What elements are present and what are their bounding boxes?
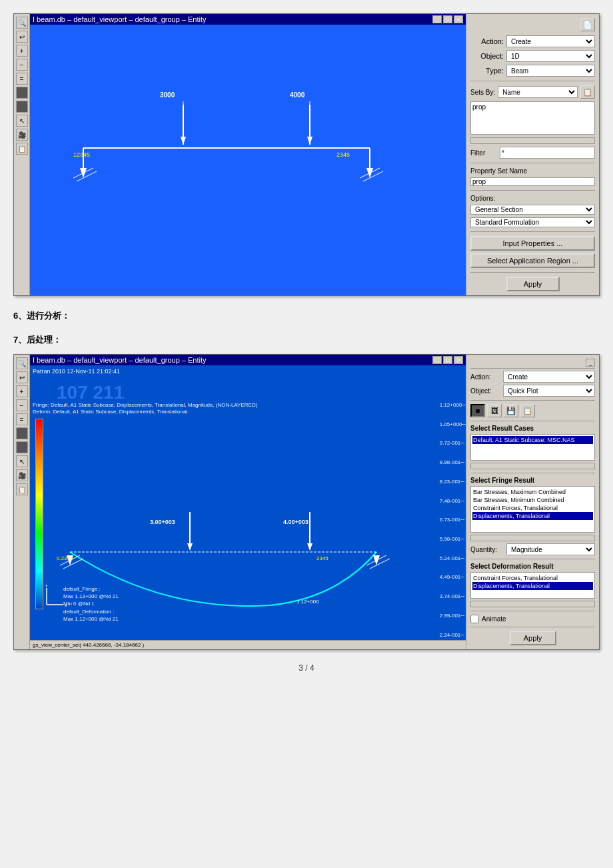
general-section-select[interactable]: General Section bbox=[470, 205, 595, 215]
select-application-btn[interactable]: Select Application Region ... bbox=[470, 253, 595, 268]
tool-btn-copy[interactable]: 📋 bbox=[16, 143, 28, 155]
result-cases-listbox[interactable]: Default, A1 Static Subcase: MSC.NAS bbox=[470, 434, 595, 461]
svg-line-10 bbox=[363, 171, 383, 181]
btool-cam[interactable]: 🎥 bbox=[16, 469, 28, 481]
btool-plus[interactable]: + bbox=[16, 385, 28, 397]
sets-by-label: Sets By: bbox=[470, 89, 495, 96]
object-select[interactable]: 1D bbox=[506, 50, 595, 62]
tool-btn-plus[interactable]: + bbox=[16, 45, 28, 57]
tool-btn-1[interactable]: 🔍 bbox=[16, 17, 28, 29]
top-win-max[interactable]: □ bbox=[443, 15, 452, 23]
scale-bar: 1.12+000─ 1.05+000─ 9.72-001─ 8.98-001─ … bbox=[440, 402, 466, 649]
listbox-scrollbar[interactable] bbox=[470, 137, 595, 144]
result-cases-item: Default, A1 Static Subcase: MSC.NAS bbox=[472, 436, 593, 444]
btool-minus[interactable]: − bbox=[16, 399, 28, 411]
apply-btn-top[interactable]: Apply bbox=[506, 277, 560, 291]
scale-8: 5.24-001─ bbox=[440, 555, 466, 561]
b-object-row: Object: Quick Plot bbox=[470, 385, 595, 397]
section-6-label: 6、进行分析： bbox=[13, 310, 600, 322]
fringe-item-3: Displacements, Translational bbox=[472, 512, 593, 520]
bottom-viewport-panel: I beam.db – default_viewport – default_g… bbox=[30, 355, 466, 649]
fringe-footer: default_Fringe : bbox=[63, 585, 119, 593]
animate-row: Animate bbox=[470, 615, 595, 623]
tool-btn-arrow[interactable]: ↖ bbox=[16, 115, 28, 127]
panel-top-bar: _ bbox=[470, 359, 595, 369]
b-divider-6 bbox=[470, 627, 595, 627]
svg-marker-13 bbox=[181, 137, 186, 145]
canvas-label-4000: 4000 bbox=[290, 91, 305, 99]
bottom-panel-min[interactable]: _ bbox=[586, 359, 595, 367]
fringe-scrollbar[interactable] bbox=[470, 535, 595, 541]
min-fringe: Min 0 @Nd 1 bbox=[63, 600, 119, 607]
b-action-label: Action: bbox=[470, 373, 500, 381]
sets-by-select[interactable]: Name bbox=[498, 86, 578, 98]
sets-listbox[interactable]: prop bbox=[470, 101, 595, 135]
fringe-item-0: Bar Stresses, Maximum Combined bbox=[472, 488, 593, 496]
scale-10: 3.74-001─ bbox=[440, 593, 466, 599]
top-win-min[interactable]: _ bbox=[432, 15, 442, 23]
btool-2[interactable]: ↩ bbox=[16, 371, 28, 383]
tool-btn-sq1[interactable] bbox=[16, 87, 28, 99]
canvas-label-3000: 3000 bbox=[160, 91, 175, 99]
tool-btn-minus[interactable]: − bbox=[16, 59, 28, 71]
btool-copy[interactable]: 📋 bbox=[16, 483, 28, 495]
colorbar bbox=[35, 419, 43, 609]
action-label: Action: bbox=[470, 37, 504, 45]
select-fringe-label: Select Fringe Result bbox=[470, 477, 595, 484]
b-divider-4 bbox=[470, 559, 595, 559]
quantity-select[interactable]: Magnitude bbox=[506, 543, 595, 555]
b-icon-4[interactable]: 📋 bbox=[520, 404, 535, 417]
btool-sq2[interactable] bbox=[16, 441, 28, 453]
top-win-close[interactable]: × bbox=[454, 15, 463, 23]
scale-3: 8.98-001─ bbox=[440, 459, 466, 465]
canvas-b-label-3000: 3.00+003 bbox=[150, 519, 175, 525]
type-select[interactable]: Beam bbox=[506, 65, 595, 77]
sets-icon[interactable]: 📋 bbox=[580, 85, 595, 99]
b-icon-2[interactable]: 🖼 bbox=[487, 404, 502, 417]
input-properties-btn[interactable]: Input Properties ... bbox=[470, 236, 595, 251]
filter-input[interactable] bbox=[500, 147, 595, 159]
b-action-row: Action: Create bbox=[470, 371, 595, 383]
bottom-window-controls: _ □ × bbox=[432, 356, 463, 364]
apply-btn-bottom[interactable]: Apply bbox=[510, 631, 556, 645]
b-object-select[interactable]: Quick Plot bbox=[503, 385, 595, 397]
action-select[interactable]: Create bbox=[506, 35, 595, 47]
b-icon-3[interactable]: 💾 bbox=[504, 404, 518, 417]
deform-item-0: Constraint Forces, Translational bbox=[472, 574, 593, 582]
tool-btn-eq[interactable]: = bbox=[16, 73, 28, 85]
b-object-label: Object: bbox=[470, 387, 500, 395]
scale-6: 6.73-001─ bbox=[440, 517, 466, 523]
scale-4: 8.23-001─ bbox=[440, 479, 466, 485]
quantity-label: Quantity: bbox=[470, 546, 504, 553]
beam-svg bbox=[30, 25, 466, 295]
btool-1[interactable]: 🔍 bbox=[16, 357, 28, 369]
tool-btn-cam[interactable]: 🎥 bbox=[16, 129, 28, 141]
bottom-viewport-titlebar: I beam.db – default_viewport – default_g… bbox=[30, 355, 466, 365]
canvas-b-label-1-12: 1.12+000 bbox=[297, 599, 319, 605]
btool-arrow[interactable]: ↖ bbox=[16, 455, 28, 467]
deform-listbox[interactable]: Constraint Forces, Translational Displac… bbox=[470, 572, 595, 599]
bottom-win-close[interactable]: × bbox=[454, 356, 463, 364]
result-cases-scrollbar[interactable] bbox=[470, 463, 595, 469]
b-icon-1[interactable]: ■ bbox=[470, 404, 485, 417]
standard-formulation-select[interactable]: Standard Formulation bbox=[470, 217, 595, 227]
bottom-right-panel: _ Action: Create Object: Quick Plot ■ 🖼 … bbox=[466, 355, 599, 649]
property-set-name-input[interactable] bbox=[470, 177, 595, 186]
bottom-win-max[interactable]: □ bbox=[443, 356, 452, 364]
top-right-panel: 📄 Action: Create Object: 1D Type: Beam bbox=[466, 14, 599, 295]
scale-5: 7.48-001─ bbox=[440, 498, 466, 504]
fringe-listbox[interactable]: Bar Stresses, Maximum Combined Bar Stres… bbox=[470, 486, 595, 533]
animate-checkbox[interactable] bbox=[470, 615, 479, 623]
btool-sq1[interactable] bbox=[16, 427, 28, 439]
tool-btn-2[interactable]: ↩ bbox=[16, 31, 28, 43]
top-window: 🔍 ↩ + − = ↖ 🎥 📋 I beam.db – default_view… bbox=[13, 13, 600, 296]
btool-eq[interactable]: = bbox=[16, 413, 28, 425]
tool-btn-sq2[interactable] bbox=[16, 101, 28, 113]
divider-5 bbox=[470, 272, 595, 273]
deform-scrollbar[interactable] bbox=[470, 601, 595, 607]
object-label: Object: bbox=[470, 52, 504, 60]
b-action-select[interactable]: Create bbox=[503, 371, 595, 383]
bottom-win-min[interactable]: _ bbox=[432, 356, 442, 364]
filter-label: Filter bbox=[470, 149, 497, 157]
panel-icon-1[interactable]: 📄 bbox=[580, 18, 595, 31]
